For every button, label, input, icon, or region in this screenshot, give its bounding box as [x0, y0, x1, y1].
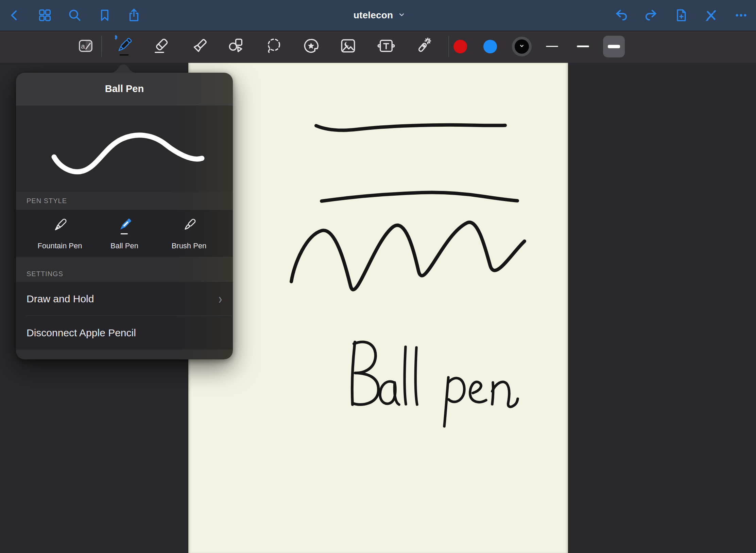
- lasso-icon: [264, 36, 284, 57]
- app-window: utelecon: [0, 0, 756, 553]
- ellipsis-icon: [734, 8, 749, 23]
- popover-title: Ball Pen: [16, 73, 233, 105]
- popover-arrow: [108, 64, 139, 74]
- chevron-down-icon: [519, 43, 525, 50]
- redo-button[interactable]: [640, 4, 662, 26]
- more-button[interactable]: [730, 4, 752, 26]
- text-icon: [377, 36, 396, 57]
- pen-tool-icon: [112, 35, 135, 58]
- stop-editing-button[interactable]: [700, 4, 722, 26]
- undo-icon: [614, 7, 629, 23]
- chevron-right-icon: ›: [219, 292, 222, 306]
- brush-pen-icon: [179, 216, 199, 238]
- text-tool-button[interactable]: [374, 34, 398, 59]
- thickness-thin-button[interactable]: [541, 36, 563, 57]
- add-page-icon: [674, 8, 689, 23]
- color-swatch-black-selected[interactable]: [512, 37, 532, 56]
- setting-label: Disconnect Apple Pencil: [27, 327, 136, 339]
- toolbar-separator: [101, 36, 102, 57]
- eraser-tool-button[interactable]: [149, 34, 174, 59]
- pen-style-row: Fountain Pen Ball Pen: [16, 210, 233, 257]
- fountain-pen-icon: [50, 216, 70, 238]
- note-page-canvas[interactable]: [188, 63, 568, 553]
- stroke-preview: [16, 105, 233, 192]
- shapes-icon: [226, 36, 245, 57]
- share-icon: [126, 8, 141, 23]
- preview-stroke: [54, 135, 202, 172]
- bookmark-button[interactable]: [94, 4, 116, 26]
- pen-style-brush-pen[interactable]: Brush Pen: [157, 210, 221, 257]
- highlighter-tool-button[interactable]: [187, 34, 212, 59]
- back-button[interactable]: [4, 4, 25, 26]
- svg-text:a: a: [81, 42, 85, 50]
- pen-style-fountain-pen[interactable]: Fountain Pen: [28, 210, 92, 257]
- bookmark-icon: [98, 8, 112, 22]
- pen-style-ball-pen-selected[interactable]: Ball Pen: [92, 210, 157, 257]
- pen-style-label: Brush Pen: [172, 242, 207, 250]
- thickness-medium-button[interactable]: [572, 36, 594, 57]
- pages-overview-button[interactable]: [34, 4, 56, 26]
- share-button[interactable]: [123, 4, 145, 26]
- settings-section-label: SETTINGS: [16, 257, 233, 282]
- handwriting-mode-icon: a: [77, 37, 94, 56]
- thickness-thick-button-selected[interactable]: [603, 36, 625, 57]
- pen-slash-icon: [704, 8, 719, 23]
- chevron-down-icon: [398, 11, 405, 20]
- popover-footer: [16, 350, 233, 359]
- highlighter-icon: [190, 36, 209, 57]
- eraser-icon: [152, 36, 171, 57]
- search-icon: [67, 8, 82, 23]
- lasso-tool-button[interactable]: [262, 34, 286, 59]
- pen-style-section-label: PEN STYLE: [16, 192, 233, 210]
- pen-settings-popover: Ball Pen PEN STYLE Fountain Pen: [16, 73, 233, 359]
- image-icon: [339, 36, 358, 57]
- setting-draw-and-hold[interactable]: Draw and Hold ›: [16, 282, 233, 316]
- color-swatch-red[interactable]: [453, 40, 467, 53]
- document-title: utelecon: [354, 10, 393, 21]
- thin-line-icon: [546, 46, 558, 47]
- document-title-button[interactable]: utelecon: [354, 10, 406, 21]
- image-tool-button[interactable]: [336, 34, 360, 59]
- laser-pointer-tool-button[interactable]: [411, 34, 435, 59]
- ball-pen-icon: [115, 216, 134, 238]
- star-sticker-icon: [302, 36, 321, 57]
- pen-style-label: Fountain Pen: [38, 242, 82, 250]
- back-chevron-icon: [8, 8, 21, 22]
- medium-line-icon: [577, 46, 589, 47]
- pen-tool-button[interactable]: [111, 34, 136, 59]
- redo-icon: [643, 7, 659, 23]
- add-page-button[interactable]: [670, 4, 692, 26]
- scroll-mode-button[interactable]: a: [73, 34, 98, 59]
- grid-icon: [37, 8, 52, 23]
- search-button[interactable]: [64, 4, 86, 26]
- thick-line-icon: [608, 45, 620, 48]
- setting-label: Draw and Hold: [27, 293, 94, 305]
- undo-button[interactable]: [611, 4, 632, 26]
- color-swatch-blue[interactable]: [483, 40, 497, 53]
- toolbar-separator: [448, 36, 449, 57]
- tools-toolbar: a: [0, 31, 756, 63]
- laser-pointer-icon: [414, 36, 433, 57]
- navigation-bar: utelecon: [0, 0, 756, 31]
- pen-style-label: Ball Pen: [110, 242, 138, 250]
- setting-disconnect-apple-pencil[interactable]: Disconnect Apple Pencil: [16, 316, 233, 350]
- elements-tool-button[interactable]: [299, 34, 323, 59]
- shapes-tool-button[interactable]: [224, 34, 248, 59]
